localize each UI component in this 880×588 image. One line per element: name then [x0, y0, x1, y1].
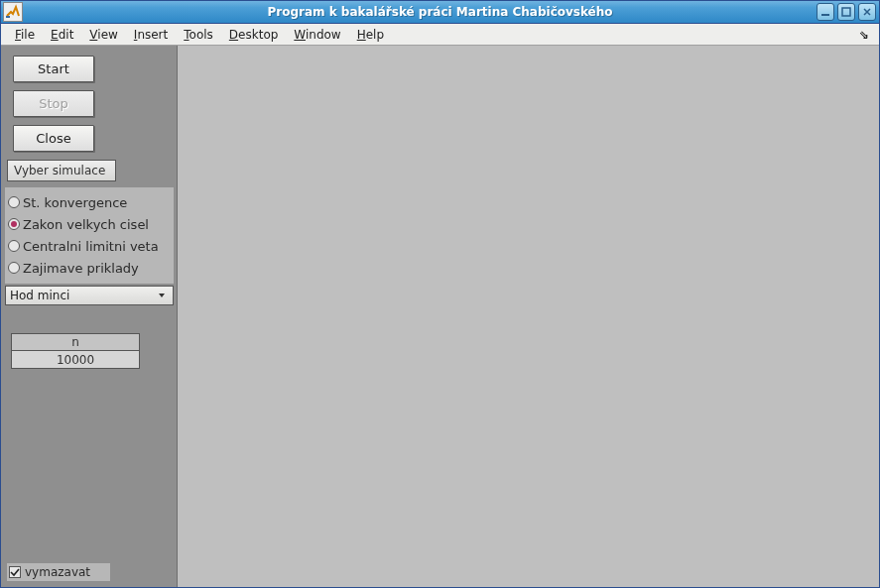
simulation-radio-group: St. konvergence Zakon velkych cisel Cent… — [5, 187, 174, 284]
menu-label: esktop — [238, 28, 278, 42]
dropdown-value: Hod minci — [10, 289, 69, 302]
close-window-button[interactable] — [858, 3, 876, 21]
menu-view[interactable]: View — [81, 26, 125, 44]
window-title: Program k bakalářské práci Martina Chabi… — [1, 5, 879, 19]
figure-canvas — [178, 46, 879, 587]
radio-label: Zakon velkych cisel — [23, 217, 149, 232]
n-parameter: n — [11, 333, 140, 369]
scenario-dropdown[interactable]: Hod minci — [5, 286, 174, 305]
radio-icon — [8, 196, 20, 208]
start-button[interactable]: Start — [13, 56, 94, 82]
menu-label: indow — [306, 28, 341, 42]
toolbar-overflow-icon[interactable]: ⇘ — [855, 28, 873, 42]
titlebar: Program k bakalářské práci Martina Chabi… — [1, 1, 879, 24]
menu-help[interactable]: Help — [349, 26, 392, 44]
menu-tools[interactable]: Tools — [176, 26, 221, 44]
content-row: Start Stop Close Vyber simulace St. konv… — [1, 46, 879, 587]
menu-file[interactable]: File — [7, 26, 43, 44]
menu-label: elp — [366, 28, 384, 42]
minimize-button[interactable] — [817, 3, 834, 21]
maximize-button[interactable] — [837, 3, 855, 21]
app-window: Program k bakalářské práci Martina Chabi… — [0, 0, 880, 588]
menu-desktop[interactable]: Desktop — [221, 26, 287, 44]
svg-rect-0 — [6, 16, 10, 18]
menu-label: nsert — [137, 28, 168, 42]
menu-label: ools — [189, 28, 213, 42]
n-label: n — [11, 333, 140, 351]
menu-window[interactable]: Window — [286, 26, 348, 44]
radio-icon — [8, 240, 20, 252]
radio-zajimave-priklady[interactable]: Zajimave priklady — [8, 257, 171, 279]
menu-edit[interactable]: Edit — [43, 26, 81, 44]
menu-label: dit — [59, 28, 74, 42]
radio-label: Centralni limitni veta — [23, 239, 159, 254]
svg-rect-2 — [842, 8, 850, 16]
radio-icon — [8, 262, 20, 274]
radio-centralni-limitni-veta[interactable]: Centralni limitni veta — [8, 235, 171, 257]
menubar: File Edit View Insert Tools Desktop Wind… — [1, 24, 879, 46]
select-simulation-label: Vyber simulace — [7, 160, 116, 181]
menu-insert[interactable]: Insert — [126, 26, 176, 44]
matlab-icon — [3, 2, 23, 22]
close-button[interactable]: Close — [13, 125, 94, 152]
svg-rect-1 — [821, 14, 829, 16]
radio-st-konvergence[interactable]: St. konvergence — [8, 191, 171, 213]
menu-label: iew — [97, 28, 118, 42]
radio-zakon-velkych-cisel[interactable]: Zakon velkych cisel — [8, 213, 171, 235]
radio-label: Zajimave priklady — [23, 261, 139, 276]
radio-label: St. konvergence — [23, 195, 127, 210]
clear-checkbox-row[interactable]: vymazavat — [7, 563, 110, 581]
checkbox-icon — [9, 566, 21, 578]
menu-label: ile — [21, 28, 35, 42]
control-sidebar: Start Stop Close Vyber simulace St. konv… — [1, 46, 178, 587]
n-input[interactable] — [11, 351, 140, 369]
stop-button[interactable]: Stop — [13, 90, 94, 117]
chevron-down-icon — [155, 292, 169, 299]
checkbox-label: vymazavat — [25, 565, 90, 579]
radio-icon — [8, 218, 20, 230]
